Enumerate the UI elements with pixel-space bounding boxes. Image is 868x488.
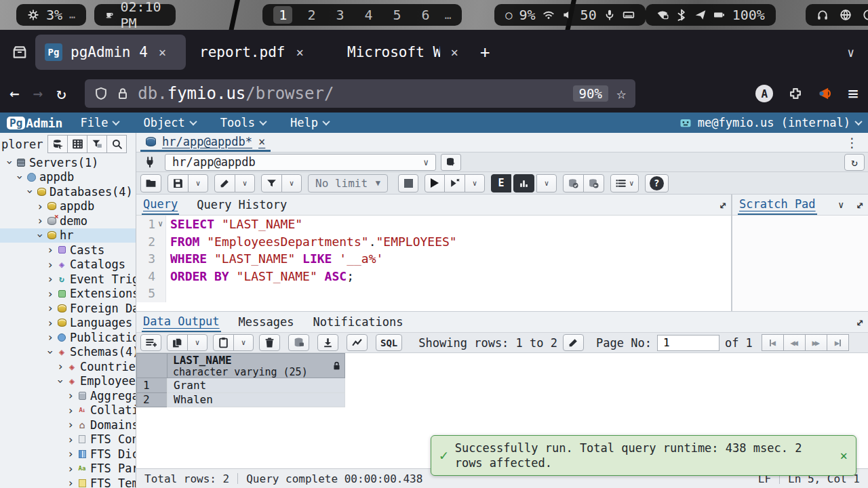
tab-notifications[interactable]: Notifications — [311, 312, 404, 332]
filter-options-dropdown[interactable]: ∨ — [281, 174, 302, 192]
tree-item-schemas-4[interactable]: ›Schemas(4) — [0, 345, 136, 360]
save-data-button[interactable] — [288, 334, 309, 351]
workspace-2[interactable]: 2 — [302, 6, 321, 24]
tree-item-catalogs[interactable]: ›Catalogs — [0, 258, 136, 272]
tree-expander-icon[interactable]: › — [54, 375, 67, 386]
menu-file[interactable]: File — [80, 116, 119, 129]
tree-expander-icon[interactable]: › — [45, 317, 56, 329]
tree-expander-icon[interactable]: › — [65, 404, 76, 417]
explain-button[interactable]: E — [491, 174, 511, 192]
close-tab-icon[interactable]: × — [448, 45, 461, 60]
explorer-connect-db-button[interactable] — [47, 135, 68, 153]
new-connection-button[interactable] — [441, 154, 461, 171]
workspace-1[interactable]: 1 — [273, 6, 292, 24]
browser-tab-2[interactable]: report.pdf× — [190, 35, 334, 70]
row-number-cell[interactable]: 2 — [136, 392, 167, 408]
close-tab-icon[interactable]: × — [156, 45, 169, 60]
tree-expander-icon[interactable]: › — [45, 302, 56, 314]
tree-expander-icon[interactable]: › — [3, 157, 16, 168]
maximize-panel-icon[interactable]: ↔ — [850, 314, 867, 330]
forward-button[interactable]: → — [33, 84, 42, 103]
tree-expander-icon[interactable]: › — [45, 331, 56, 344]
data-cell[interactable]: Whalen — [167, 392, 345, 408]
tree-expander-icon[interactable]: › — [65, 476, 76, 488]
user-menu[interactable]: me@fymio.us (internal) — [679, 116, 861, 129]
tree-item-databases-4[interactable]: ›Databases(4) — [0, 184, 136, 199]
close-tab-icon[interactable]: × — [293, 45, 306, 60]
tree-expander-icon[interactable]: › — [55, 360, 66, 373]
zoom-level-badge[interactable]: 90% — [573, 85, 608, 102]
workspace-switcher[interactable]: 123456… — [262, 4, 462, 26]
menu-help[interactable]: Help — [290, 116, 329, 129]
graph-visualiser-button[interactable] — [347, 334, 368, 351]
cpu-module[interactable]: 3% … — [16, 4, 86, 26]
maximize-panel-icon[interactable]: ↔ — [713, 197, 730, 213]
workspace-5[interactable]: 5 — [388, 6, 407, 24]
tree-expander-icon[interactable]: › — [44, 346, 57, 357]
sql-editor[interactable]: 1∨SELECT "LAST_NAME"2FROM "EmployeesDepa… — [136, 216, 731, 311]
connection-status-button[interactable] — [140, 154, 160, 171]
tree-item-appdb[interactable]: ›appdb — [0, 199, 136, 214]
tree-expander-icon[interactable]: › — [45, 243, 56, 256]
workspace-4[interactable]: 4 — [359, 6, 378, 24]
tree-item-hr[interactable]: ›hr — [0, 228, 136, 243]
tree-expander-icon[interactable]: › — [65, 462, 76, 475]
edit-options-dropdown[interactable]: ∨ — [235, 174, 255, 192]
copy-options-dropdown[interactable]: ∨ — [187, 334, 208, 351]
next-page-button[interactable]: ▶▶ — [805, 334, 827, 351]
menu-tools[interactable]: Tools — [220, 116, 266, 129]
workspace-3[interactable]: 3 — [330, 6, 349, 24]
paste-options-dropdown[interactable]: ∨ — [233, 334, 254, 351]
last-page-button[interactable]: ▶ — [827, 334, 849, 351]
paste-button[interactable] — [213, 334, 234, 351]
tree-item-publications[interactable]: ›Publications — [0, 330, 136, 345]
tree-expander-icon[interactable]: › — [65, 389, 76, 402]
first-page-button[interactable]: ◀ — [762, 334, 784, 351]
download-button[interactable] — [317, 334, 338, 351]
megaphone-extension-icon[interactable] — [818, 86, 833, 101]
filter-button[interactable] — [261, 174, 282, 192]
tree-item-aggregates[interactable]: ›Aggregates — [0, 388, 136, 403]
execute-button[interactable] — [425, 174, 445, 192]
tab-query-history[interactable]: Query History — [195, 195, 288, 215]
extensions-puzzle-icon[interactable] — [788, 86, 803, 101]
tree-item-event-triggers[interactable]: ›Event Triggers — [0, 272, 136, 287]
tree-item-fts-dictionaries[interactable]: ›FTS Dictionaries — [0, 447, 136, 462]
workspace-6[interactable]: 6 — [416, 6, 435, 24]
tree-expander-icon[interactable]: › — [65, 447, 76, 460]
account-button[interactable]: A — [755, 85, 773, 102]
edit-button[interactable] — [214, 174, 235, 192]
delete-rows-button[interactable] — [259, 334, 280, 351]
toast-close-button[interactable]: × — [840, 448, 848, 463]
tree-item-employeesdepartments[interactable]: ›EmployeesDepartments — [0, 374, 136, 389]
status-module-left[interactable]: ○ 9% 50 — [494, 4, 645, 26]
tree-expander-icon[interactable]: › — [34, 230, 47, 241]
row-number-cell[interactable]: 1 — [136, 378, 167, 393]
tree-item-servers-1[interactable]: ›Servers(1) — [0, 155, 136, 170]
tree-item-demo[interactable]: ›demo — [0, 214, 136, 228]
menu-object[interactable]: Object — [143, 116, 195, 129]
panel-kebab-menu[interactable]: ⋮ — [840, 135, 864, 150]
browser-tab-3[interactable]: Microsoft Wo× — [338, 35, 471, 70]
copy-button[interactable] — [167, 334, 188, 351]
edit-rows-button[interactable] — [563, 334, 584, 351]
maximize-panel-icon[interactable]: ↔ — [850, 197, 867, 213]
collapse-panel-icon[interactable]: ∨ — [838, 199, 844, 210]
tree-expander-icon[interactable]: › — [35, 200, 45, 213]
tab-data-output[interactable]: Data Output — [142, 312, 221, 332]
tree-expander-icon[interactable]: › — [45, 272, 56, 285]
tree-expander-icon[interactable]: › — [65, 418, 76, 431]
tree-expander-icon[interactable]: › — [45, 258, 56, 271]
grid-column-header[interactable]: LAST_NAME character varying (25) — [167, 353, 345, 378]
data-cell[interactable]: Grant — [167, 378, 345, 393]
tree-item-collations[interactable]: ›Collations — [0, 403, 136, 418]
tree-item-foreign-data-wrappers[interactable]: ›Foreign Data Wrappers — [0, 301, 136, 316]
open-file-button[interactable] — [140, 174, 161, 192]
row-limit-select[interactable]: No limit ▼ — [308, 174, 388, 192]
tree-expander-icon[interactable]: › — [65, 433, 76, 446]
tree-expander-icon[interactable]: › — [35, 214, 45, 227]
tab-scratch-pad[interactable]: Scratch Pad — [738, 195, 817, 215]
grid-corner-cell[interactable] — [136, 353, 167, 378]
tree-expander-icon[interactable]: › — [24, 186, 37, 197]
explorer-search-button[interactable] — [106, 135, 127, 153]
